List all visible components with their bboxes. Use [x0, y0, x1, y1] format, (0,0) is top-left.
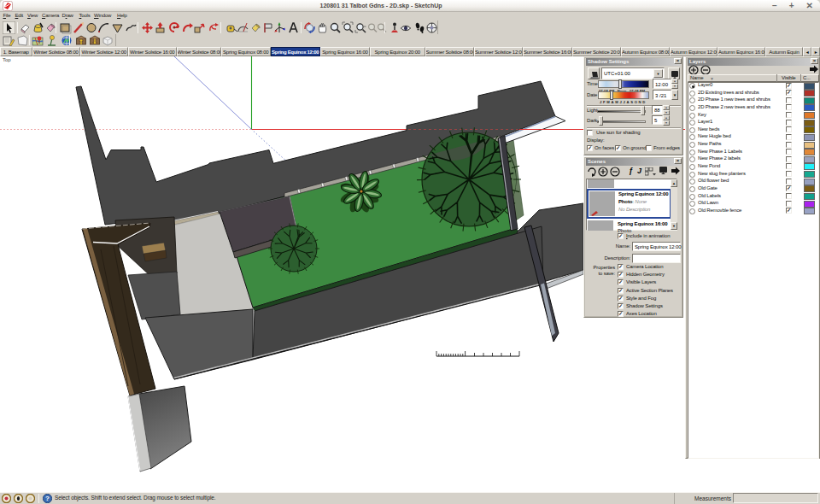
svg-text:?: ? [45, 495, 50, 502]
